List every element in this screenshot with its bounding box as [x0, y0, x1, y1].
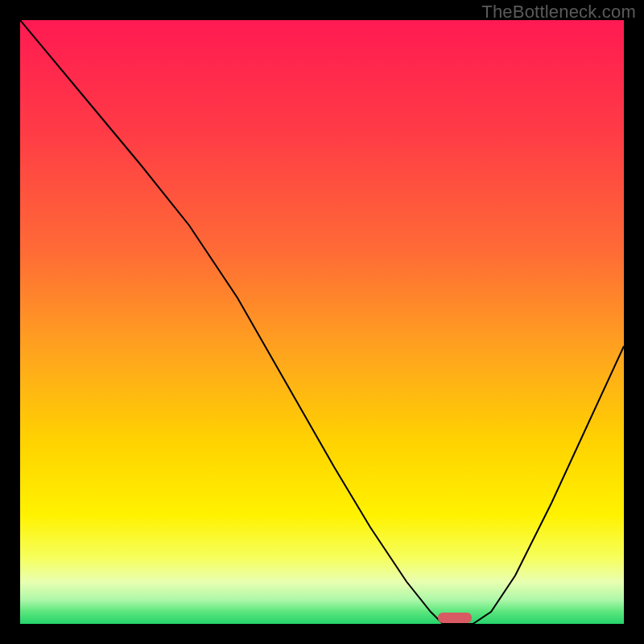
watermark-text: TheBottleneck.com — [481, 2, 636, 23]
bottleneck-curve — [20, 20, 624, 624]
minimum-marker — [438, 613, 472, 623]
chart-frame: TheBottleneck.com — [0, 0, 644, 644]
plot-area — [20, 20, 624, 624]
curve-svg — [20, 20, 624, 624]
